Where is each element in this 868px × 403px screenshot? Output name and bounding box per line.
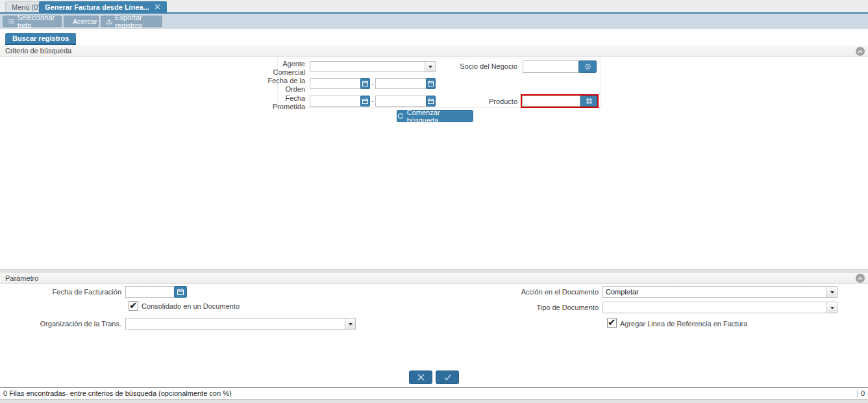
- tab-generar-factura-label: Generar Factura desde Linea...: [45, 3, 149, 11]
- calendar-icon[interactable]: [174, 286, 187, 298]
- tipo-documento-value: [603, 302, 826, 313]
- tipo-documento-dropdown-button[interactable]: [826, 302, 837, 313]
- fecha-prometida-hasta-input[interactable]: [375, 96, 427, 107]
- fecha-prometida-desde-input[interactable]: [310, 96, 361, 107]
- zoom-label: Acercar: [73, 18, 97, 25]
- producto-label: Producto: [448, 98, 517, 106]
- fecha-facturacion-input[interactable]: [125, 286, 175, 298]
- organizacion-dropdown-button[interactable]: [345, 318, 355, 329]
- organizacion-label: Organización de la Trans.: [18, 320, 121, 328]
- organizacion-value: [126, 318, 345, 329]
- select-all-label: Seleccionar todo: [18, 14, 56, 29]
- chevron-down-icon: [830, 307, 834, 311]
- consolidado-label: Consolidado en un Documento: [142, 302, 240, 310]
- fecha-facturacion-field: [125, 286, 187, 298]
- search-panel-collapse-button[interactable]: [856, 47, 865, 56]
- socio-negocio-input[interactable]: [523, 60, 579, 73]
- param-panel-collapse-button[interactable]: [856, 274, 865, 283]
- fecha-facturacion-label: Fecha de Facturación: [18, 288, 121, 296]
- start-search-button[interactable]: Comenzar búsqueda ...: [397, 110, 473, 122]
- chevron-down-icon: [830, 291, 834, 296]
- check-icon: [443, 373, 452, 382]
- tipo-documento-label: Tipo de Documento: [495, 304, 599, 312]
- chevron-up-icon: [858, 277, 863, 280]
- business-partner-icon: [585, 64, 591, 70]
- fecha-prometida-range-separator: -: [371, 97, 374, 105]
- calendar-icon[interactable]: [360, 78, 370, 89]
- confirm-button[interactable]: [436, 370, 459, 384]
- tab-menu-label: Menú (0): [12, 3, 40, 11]
- start-search-label: Comenzar búsqueda ...: [407, 109, 473, 124]
- bottom-strip: [0, 399, 868, 403]
- tab-buscar-registros-label: Buscar registros: [12, 34, 69, 42]
- calendar-icon[interactable]: [426, 96, 436, 107]
- statusbar: 0 Filas encontradas- entre criterios de …: [0, 388, 868, 399]
- fecha-orden-hasta-field: [375, 78, 436, 89]
- product-grid-icon: [586, 98, 592, 104]
- agente-comercial-dropdown-button[interactable]: [425, 62, 435, 72]
- refresh-icon: [397, 112, 404, 120]
- fecha-prometida-desde-field: [310, 96, 370, 107]
- fecha-orden-label: Fecha de la Orden: [265, 77, 305, 94]
- x-icon: [417, 373, 425, 382]
- consolidado-checkbox[interactable]: [129, 301, 138, 311]
- export-icon: [106, 18, 112, 25]
- fecha-prometida-hasta-field: [375, 96, 436, 107]
- export-records-button[interactable]: Exportar registros: [101, 16, 162, 27]
- socio-negocio-label: Socio del Negocio: [448, 62, 517, 71]
- select-all-list-icon: [8, 18, 14, 25]
- zoom-button[interactable]: Acercar: [64, 16, 99, 27]
- status-count: 0: [861, 389, 865, 397]
- fecha-orden-hasta-input[interactable]: [375, 78, 427, 89]
- agente-comercial-label: Agente Comercial: [265, 60, 305, 77]
- close-icon[interactable]: [154, 3, 161, 10]
- accion-documento-value: Completar: [603, 287, 826, 297]
- fecha-orden-desde-input[interactable]: [310, 78, 361, 89]
- search-panel-title: Criterio de búsqueda: [5, 47, 71, 55]
- agente-comercial-combobox[interactable]: [310, 61, 436, 72]
- status-separator: [857, 389, 858, 398]
- chevron-up-icon: [858, 50, 863, 53]
- agregar-linea-label: Agregar Linea de Referencia en Factura: [620, 320, 747, 328]
- toolbar: Seleccionar todo Acercar Exportar regist…: [0, 14, 868, 29]
- agente-comercial-value: [310, 62, 425, 72]
- export-records-label: Exportar registros: [115, 14, 156, 29]
- socio-negocio-search-button[interactable]: [578, 60, 597, 73]
- accion-documento-label: Acción en el Documento: [495, 288, 599, 296]
- producto-field-highlighted: [521, 94, 599, 108]
- app-window: Menú (0) Generar Factura desde Linea... …: [0, 0, 868, 403]
- producto-input[interactable]: [522, 96, 580, 107]
- status-message: 0 Filas encontradas- entre criterios de …: [3, 389, 232, 397]
- tipo-documento-combobox[interactable]: [602, 302, 837, 313]
- socio-negocio-field: [523, 60, 597, 73]
- cancel-button[interactable]: [409, 370, 432, 384]
- tab-generar-factura[interactable]: Generar Factura desde Linea...: [39, 1, 167, 12]
- accion-documento-combobox[interactable]: Completar: [602, 286, 837, 298]
- fecha-orden-range-separator: -: [371, 79, 374, 87]
- fecha-prometida-label: Fecha Prometida: [265, 94, 305, 111]
- producto-search-button[interactable]: [580, 96, 597, 107]
- fecha-orden-desde-field: [310, 78, 370, 89]
- organizacion-combobox[interactable]: [125, 318, 356, 330]
- chevron-down-icon: [349, 323, 353, 328]
- chevron-down-icon: [428, 66, 432, 70]
- calendar-icon[interactable]: [426, 78, 436, 89]
- param-panel-header: Parámetro: [0, 273, 868, 284]
- window-tab-bar: Menú (0) Generar Factura desde Linea...: [0, 0, 868, 12]
- param-panel-title: Parámetro: [5, 274, 38, 282]
- agregar-linea-checkbox[interactable]: [607, 318, 617, 328]
- tab-buscar-registros[interactable]: Buscar registros: [5, 33, 76, 45]
- select-all-button[interactable]: Seleccionar todo: [3, 16, 62, 27]
- calendar-icon[interactable]: [360, 96, 370, 107]
- search-panel-header: Criterio de búsqueda: [0, 46, 868, 57]
- accion-documento-dropdown-button[interactable]: [826, 287, 837, 297]
